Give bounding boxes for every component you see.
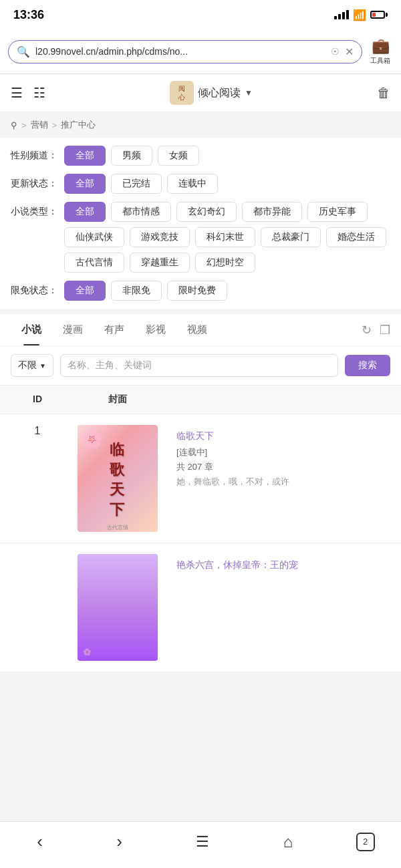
toolbox-label: 工具箱 xyxy=(370,56,390,65)
signal-icon xyxy=(334,10,349,19)
nav-left: ☰ ☷ xyxy=(11,85,45,101)
back-button[interactable]: ‹ xyxy=(26,829,53,855)
home-button[interactable]: ⌂ xyxy=(273,830,304,854)
tab-novel[interactable]: 小说 xyxy=(11,314,52,345)
update-status-tags: 全部 已完结 连载中 xyxy=(64,174,390,194)
novel-type-filter-row: 小说类型： 全部 都市情感 玄幻奇幻 都市异能 历史军事 仙侠武侠 游戏竞技 科… xyxy=(11,202,390,273)
novel-1-chapters: 共 207 章 xyxy=(176,461,390,473)
breadcrumb-sep-1: > xyxy=(21,120,27,130)
breadcrumb-promotion[interactable]: 推广中心 xyxy=(61,119,96,131)
novel-type-romance[interactable]: 婚恋生活 xyxy=(326,227,386,247)
cover-art-2: 🌸 xyxy=(78,554,158,661)
novel-type-all[interactable]: 全部 xyxy=(64,202,106,222)
dropdown-chevron-icon: ▼ xyxy=(39,362,46,370)
breadcrumb: ⚲ > 营销 > 推广中心 xyxy=(0,112,401,138)
free-status-all[interactable]: 全部 xyxy=(64,281,106,301)
chevron-down-icon: ▼ xyxy=(245,88,253,98)
novel-type-game[interactable]: 游戏竞技 xyxy=(130,227,190,247)
tabs-actions: ↻ ❐ xyxy=(362,323,390,337)
table-header: ID 封面 xyxy=(0,386,401,414)
update-status-filter-row: 更新状态： 全部 已完结 连载中 xyxy=(11,174,390,194)
novel-type-fantasy[interactable]: 玄幻奇幻 xyxy=(176,202,237,222)
toolbox-icon: 💼 xyxy=(372,37,390,55)
novel-type-history[interactable]: 历史军事 xyxy=(307,202,368,222)
brand-button[interactable]: 阅心 倾心阅读 ▼ xyxy=(170,81,253,105)
gender-tag-male[interactable]: 男频 xyxy=(111,146,152,166)
header-info xyxy=(171,394,390,406)
content-area: 小说 漫画 有声 影视 视频 ↻ ❐ 不限 ▼ 名称、主角、关键词 搜索 ID … xyxy=(0,314,401,672)
tab-video[interactable]: 视频 xyxy=(176,314,218,345)
address-text: l20.99novel.cn/admin.php/cdms/no... xyxy=(35,46,325,57)
tab-film[interactable]: 影视 xyxy=(135,314,176,345)
gender-filter-label: 性别频道： xyxy=(11,146,57,162)
trash-icon[interactable]: 🗑 xyxy=(377,86,390,101)
novel-type-urban-special[interactable]: 都市异能 xyxy=(242,202,302,222)
novel-type-imagination[interactable]: 幻想时空 xyxy=(195,253,255,273)
address-bar[interactable]: 🔍 l20.99novel.cn/admin.php/cdms/no... ☉ … xyxy=(8,40,362,63)
novel-type-ceo[interactable]: 总裁豪门 xyxy=(261,227,321,247)
shield-icon: ☉ xyxy=(331,46,340,57)
tabs-row: 小说 漫画 有声 影视 视频 ↻ ❐ xyxy=(0,314,401,346)
table-row: 1 🌸 临 歌 天 下 古代言情 临歌天下 xyxy=(0,414,401,543)
free-status-timed[interactable]: 限时免费 xyxy=(167,281,227,301)
cover-art-1: 🌸 临 歌 天 下 古代言情 xyxy=(78,425,158,532)
gender-filter-row: 性别频道： 全部 男频 女频 xyxy=(11,146,390,166)
fullscreen-icon[interactable]: ❐ xyxy=(380,323,390,337)
tab-comic[interactable]: 漫画 xyxy=(52,314,94,345)
refresh-icon[interactable]: ↻ xyxy=(362,323,372,337)
search-icon: 🔍 xyxy=(17,45,30,58)
breadcrumb-sep-2: > xyxy=(52,120,57,130)
cover-image-1: 🌸 临 歌 天 下 古代言情 xyxy=(78,425,158,532)
free-status-label: 限免状态： xyxy=(11,281,57,297)
row-1-info: 临歌天下 [连载中] 共 207 章 她，舞临歌，哦，不对，或许 xyxy=(171,425,390,493)
flower-decoration: 🌸 xyxy=(80,428,104,450)
update-status-label: 更新状态： xyxy=(11,174,57,190)
novel-1-desc: 她，舞临歌，哦，不对，或许 xyxy=(176,476,390,488)
filter-section: 性别频道： 全部 男频 女频 更新状态： 全部 已完结 连载中 小说类型： 全部… xyxy=(0,138,401,309)
novel-type-transmigration[interactable]: 穿越重生 xyxy=(130,253,190,273)
free-status-non-free[interactable]: 非限免 xyxy=(111,281,162,301)
novel-1-title[interactable]: 临歌天下 xyxy=(176,430,390,442)
brand-logo: 阅心 xyxy=(170,81,194,105)
update-status-ongoing[interactable]: 连载中 xyxy=(167,174,218,194)
search-placeholder: 名称、主角、关键词 xyxy=(68,359,152,370)
grid-icon[interactable]: ☷ xyxy=(33,85,45,101)
wifi-icon: 📶 xyxy=(353,9,366,21)
tab-audio[interactable]: 有声 xyxy=(94,314,135,345)
novel-type-scifi[interactable]: 科幻末世 xyxy=(195,227,255,247)
novel-2-title[interactable]: 艳杀六宫，休掉皇帝：王的宠 xyxy=(176,559,390,571)
free-status-tags: 全部 非限免 限时免费 xyxy=(64,281,390,301)
novel-type-tags: 全部 都市情感 玄幻奇幻 都市异能 历史军事 仙侠武侠 游戏竞技 科幻末世 总裁… xyxy=(64,202,390,273)
tabs-count-label: 2 xyxy=(363,837,368,847)
breadcrumb-marketing[interactable]: 营销 xyxy=(31,119,48,131)
search-input[interactable]: 名称、主角、关键词 xyxy=(60,354,338,377)
gender-tag-all[interactable]: 全部 xyxy=(64,146,106,166)
status-icons: 📶 xyxy=(334,9,388,21)
gender-filter-tags: 全部 男频 女频 xyxy=(64,146,390,166)
search-row: 不限 ▼ 名称、主角、关键词 搜索 xyxy=(0,346,401,386)
update-status-completed[interactable]: 已完结 xyxy=(111,174,162,194)
novel-type-label: 小说类型： xyxy=(11,202,57,218)
address-bar-row: 🔍 l20.99novel.cn/admin.php/cdms/no... ☉ … xyxy=(0,29,401,74)
row-2-cover: 🌸 xyxy=(64,554,171,661)
row-1-cover: 🌸 临 歌 天 下 古代言情 xyxy=(64,425,171,532)
tabs-count-button[interactable]: 2 xyxy=(356,833,375,851)
search-button[interactable]: 搜索 xyxy=(345,355,390,376)
hamburger-icon[interactable]: ☰ xyxy=(11,85,23,101)
novel-type-ancient[interactable]: 古代言情 xyxy=(64,253,124,273)
search-dropdown[interactable]: 不限 ▼ xyxy=(11,354,53,377)
bottom-nav: ‹ › ☰ ⌂ 2 xyxy=(0,821,401,868)
status-bar: 13:36 📶 xyxy=(0,0,401,29)
header-id: ID xyxy=(11,394,64,406)
novel-type-xianxia[interactable]: 仙侠武侠 xyxy=(64,227,124,247)
update-status-all[interactable]: 全部 xyxy=(64,174,106,194)
cover-image-2: 🌸 xyxy=(78,554,158,661)
novel-type-urban[interactable]: 都市情感 xyxy=(111,202,171,222)
forward-button[interactable]: › xyxy=(106,829,133,855)
toolbox-button[interactable]: 💼 工具箱 xyxy=(368,35,393,68)
nav-bar: ☰ ☷ 阅心 倾心阅读 ▼ 🗑 xyxy=(0,74,401,112)
breadcrumb-root: ⚲ xyxy=(11,120,17,130)
close-icon[interactable]: ✕ xyxy=(345,45,354,58)
menu-button[interactable]: ☰ xyxy=(185,831,220,853)
gender-tag-female[interactable]: 女频 xyxy=(158,146,199,166)
